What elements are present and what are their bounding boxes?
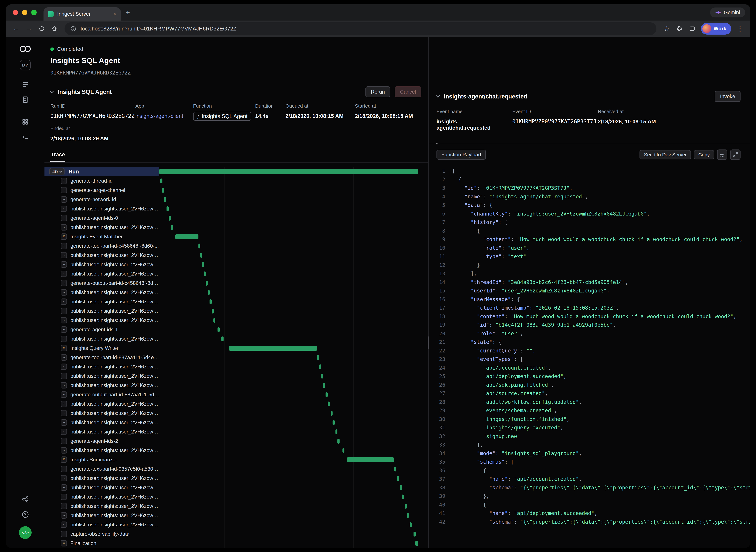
span-bar[interactable] [169, 216, 171, 221]
cancel-button[interactable]: Cancel [395, 87, 421, 97]
trace-row[interactable]: ~ publish:user:insights:user_2VH6zowmh..… [44, 427, 428, 436]
event-tab[interactable] [446, 137, 447, 144]
trace-row[interactable]: ~ publish:user:insights:user_2VH6zowmh..… [44, 204, 428, 214]
trace-row[interactable]: ~ publish:user:insights:user_2VH6zowmh..… [44, 334, 428, 343]
trace-row[interactable]: ~ publish:user:insights:user_2VH6zowmh..… [44, 502, 428, 511]
span-bar[interactable] [206, 281, 208, 286]
side-panel-button[interactable] [686, 23, 698, 34]
span-bar[interactable] [200, 253, 202, 258]
span-bar[interactable] [217, 327, 220, 332]
trace-row[interactable]: ~ publish:user:insights:user_2VH6zowmh..… [44, 288, 428, 297]
trace-row[interactable]: ~ publish:user:insights:user_2VH6zowmh..… [44, 399, 428, 409]
span-bar[interactable] [415, 541, 418, 546]
chevron-down-icon[interactable] [436, 94, 440, 98]
span-bar[interactable] [410, 522, 412, 527]
word-wrap-button[interactable] [717, 149, 727, 160]
trace-row[interactable]: ~ publish:user:insights:user_2VH6zowmh..… [44, 446, 428, 455]
dev-mode-button[interactable]: </> [19, 526, 32, 539]
trace-row[interactable]: ~ generate-agent-ids-0 [44, 214, 428, 223]
trace-row[interactable]: ~ publish:user:insights:user_2VH6zowmh..… [44, 492, 428, 502]
trace-row[interactable]: ~ generate-agent-ids-1 [44, 325, 428, 334]
event-tab[interactable] [436, 137, 437, 144]
back-button[interactable]: ← [10, 23, 22, 34]
terminal-button[interactable] [19, 131, 32, 143]
span-bar[interactable] [208, 290, 210, 295]
trace-row[interactable]: ~ generate-output-part-id-887aa111-5d4e.… [44, 390, 428, 399]
span-bar[interactable] [164, 197, 166, 202]
address-bar[interactable]: localhost:8288/run?runID=01KHRMPW77GVMAJ… [64, 22, 656, 35]
trace-row[interactable]: ~ publish:user:insights:user_2VH6zowmh..… [44, 269, 428, 278]
trace-row[interactable]: ~ publish:user:insights:user_2VH6zowmh..… [44, 260, 428, 269]
trace-row[interactable]: ~ publish:user:insights:user_2VH6zowmh..… [44, 297, 428, 306]
span-bar[interactable] [336, 429, 338, 434]
span-bar[interactable] [413, 532, 416, 537]
forward-button[interactable]: → [23, 23, 35, 34]
trace-row[interactable]: ~ publish:user:insights:user_2VH6zowmh..… [44, 381, 428, 390]
span-bar[interactable] [167, 206, 169, 211]
span-bar[interactable] [202, 262, 204, 267]
payload-code-viewer[interactable]: 1[2 {3 "id": "01KHRMPVZP0V977KAT2GP3ST7J… [429, 164, 750, 548]
span-bar[interactable] [343, 448, 345, 453]
close-window-button[interactable] [13, 10, 18, 15]
functions-button[interactable] [19, 94, 32, 106]
span-bar[interactable] [204, 271, 206, 276]
trace-row[interactable]: ~ publish:user:insights:user_2VH6zowmh..… [44, 362, 428, 371]
trace-row[interactable]: ~ publish:user:insights:user_2VH6zowmh..… [44, 316, 428, 325]
span-bar[interactable] [162, 188, 164, 193]
trace-row[interactable]: ~ publish:user:insights:user_2VH6zowmh..… [44, 409, 428, 418]
span-bar[interactable] [347, 457, 394, 462]
send-to-dev-server-button[interactable]: Send to Dev Server [639, 150, 691, 159]
span-bar[interactable] [175, 234, 198, 239]
span-bar[interactable] [319, 364, 321, 369]
span-bar[interactable] [323, 383, 325, 388]
trace-row[interactable]: ~ generate-text-part-id-9357e5f0-a530-4.… [44, 464, 428, 473]
trace-row[interactable]: ~ publish:user:insights:user_2VH6zowmh..… [44, 371, 428, 381]
rerun-button[interactable]: Rerun [365, 87, 390, 97]
trace-row[interactable]: ~ generate-network-id [44, 195, 428, 204]
span-bar[interactable] [338, 439, 340, 444]
trace-row[interactable]: # Insights Summarizer [44, 455, 428, 464]
share-button[interactable] [19, 493, 32, 506]
runs-list-button[interactable] [19, 78, 32, 91]
bookmark-star-button[interactable]: ☆ [661, 23, 673, 34]
extensions-button[interactable] [674, 23, 685, 34]
span-bar[interactable] [405, 504, 407, 509]
trace-row[interactable]: ~ publish:user:insights:user_2VH6zowmh..… [44, 418, 428, 427]
trace-row[interactable]: ~ generate-target-channel [44, 185, 428, 195]
trace-row[interactable]: # Insights Event Matcher [44, 232, 428, 241]
trace-row[interactable]: ~ publish:user:insights:user_2VH6zowmh..… [44, 511, 428, 520]
chevron-down-icon[interactable] [50, 89, 54, 93]
trace-row[interactable]: ~ publish:user:insights:user_2VH6zowmh..… [44, 251, 428, 260]
new-tab-button[interactable]: + [126, 8, 130, 17]
span-bar[interactable] [209, 299, 212, 304]
expand-button[interactable] [730, 149, 741, 160]
span-bar[interactable] [397, 476, 399, 481]
span-bar[interactable] [400, 485, 402, 490]
gemini-badge[interactable]: Gemini [710, 7, 745, 17]
browser-menu-button[interactable]: ⋮ [734, 23, 746, 34]
apps-button[interactable] [19, 115, 32, 128]
span-bar[interactable] [198, 244, 201, 249]
span-bar[interactable] [402, 495, 404, 499]
site-info-icon[interactable] [70, 26, 76, 32]
trace-row[interactable]: ~ generate-thread-id [44, 176, 428, 185]
profile-chip[interactable]: Work [701, 23, 731, 34]
trace-row[interactable]: ~ generate-agent-ids-2 [44, 436, 428, 446]
browser-tab[interactable]: Inngest Server × [43, 7, 121, 20]
trace-row[interactable]: ~ capture-observability-data [44, 529, 428, 539]
span-bar[interactable] [171, 225, 173, 230]
span-bar[interactable] [212, 309, 214, 313]
copy-button[interactable]: Copy [694, 150, 714, 159]
function-payload-chip[interactable]: Function Payload [436, 150, 486, 160]
span-bar[interactable] [328, 402, 330, 406]
span-bar[interactable] [333, 420, 335, 425]
span-bar[interactable] [229, 346, 317, 351]
trace-row[interactable]: ~ generate-output-part-id-c458648f-8d6..… [44, 278, 428, 288]
span-bar[interactable] [221, 336, 223, 341]
span-bar[interactable] [317, 355, 319, 360]
tab-trace[interactable]: Trace [50, 149, 65, 162]
invoke-button[interactable]: Invoke [715, 91, 741, 102]
span-bar[interactable] [321, 374, 323, 379]
help-button[interactable] [19, 508, 32, 521]
trace-row[interactable]: ~ generate-tool-part-id-c458648f-8d60-..… [44, 241, 428, 251]
